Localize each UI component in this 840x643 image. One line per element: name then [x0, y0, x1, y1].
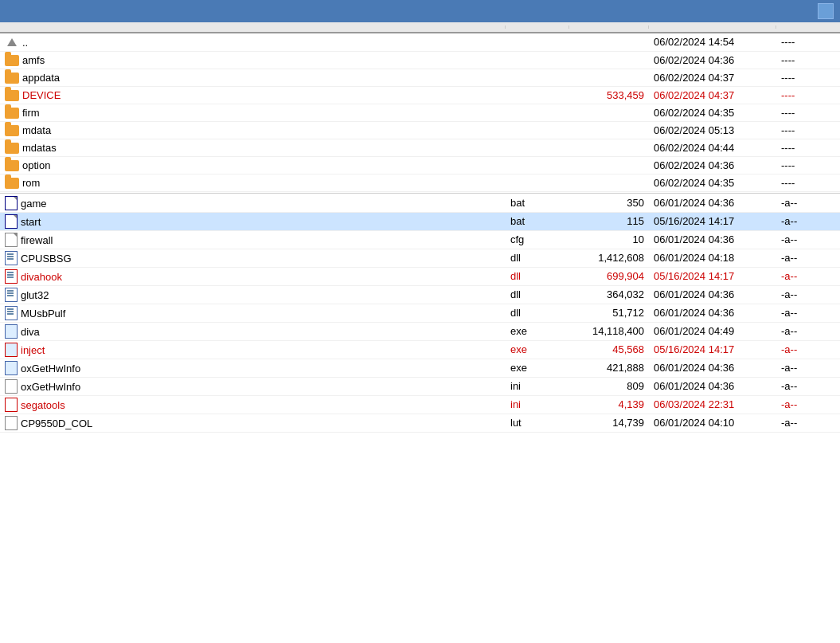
file-name-cell: CPUSBSG	[0, 250, 506, 266]
file-name-cell: oxGetHwInfo	[0, 360, 506, 376]
file-date: 06/02/2024 04:44	[649, 140, 776, 155]
file-name-cell: mdatas	[0, 140, 506, 155]
file-attr: -a--	[776, 397, 840, 413]
file-size: 51,712	[569, 305, 649, 321]
file-ext: ini	[506, 397, 569, 413]
file-date: 06/02/2024 14:54	[649, 34, 776, 50]
file-date: 06/01/2024 04:36	[649, 232, 776, 248]
table-row[interactable]: divahook dll 699,904 05/16/2024 14:17 -a…	[0, 268, 840, 286]
table-row[interactable]: .. 06/02/2024 14:54 ----	[0, 33, 840, 52]
table-row[interactable]: inject exe 45,568 05/16/2024 14:17 -a--	[0, 341, 840, 359]
file-name-cell: mdata	[0, 123, 506, 138]
file-ext	[506, 105, 569, 120]
folder-icon	[5, 160, 19, 171]
title-bar	[0, 0, 840, 22]
table-row[interactable]: diva exe 14,118,400 06/01/2024 04:49 -a-…	[0, 323, 840, 341]
table-row[interactable]: start bat 115 05/16/2024 14:17 -a--	[0, 213, 840, 231]
file-attr: ----	[776, 70, 840, 85]
file-date: 06/02/2024 04:35	[649, 175, 776, 190]
file-attr: -a--	[776, 323, 840, 339]
file-size	[569, 175, 649, 190]
table-row[interactable]: mdatas 06/02/2024 04:44 ----	[0, 139, 840, 157]
file-name-cell: firm	[0, 105, 506, 120]
file-date: 05/16/2024 14:17	[649, 269, 776, 284]
file-size: 10	[569, 232, 649, 248]
file-date: 06/03/2024 22:31	[649, 397, 776, 413]
table-row[interactable]: firewall cfg 10 06/01/2024 04:36 -a--	[0, 231, 840, 249]
ini-icon	[5, 379, 18, 394]
file-date: 06/02/2024 04:37	[649, 88, 776, 103]
file-name: appdata	[22, 72, 60, 84]
file-size: 364,032	[569, 287, 649, 303]
dll-icon	[5, 306, 18, 320]
file-size: 1,412,608	[569, 250, 649, 266]
file-name-cell: diva	[0, 323, 506, 339]
file-name: mdata	[22, 124, 51, 136]
file-name: DEVICE	[22, 89, 61, 101]
table-row[interactable]: option 06/02/2024 04:36 ----	[0, 157, 840, 174]
col-ext[interactable]	[506, 25, 569, 29]
file-name: divahook	[21, 271, 62, 283]
file-name: segatools	[21, 399, 65, 411]
file-name-cell: CP9550D_COL	[0, 415, 506, 431]
file-size: 115	[569, 214, 649, 229]
col-size[interactable]	[569, 25, 649, 29]
file-name-cell: ..	[0, 34, 506, 50]
file-name-cell: divahook	[0, 269, 506, 284]
column-headers	[0, 22, 840, 33]
bat-icon	[5, 196, 18, 210]
table-row[interactable]: CP9550D_COL lut 14,739 06/01/2024 04:10 …	[0, 414, 840, 433]
file-date: 06/02/2024 04:37	[649, 70, 776, 85]
file-name: glut32	[21, 289, 49, 301]
file-size	[569, 158, 649, 173]
folder-icon	[5, 108, 19, 119]
file-size: 699,904	[569, 269, 649, 284]
file-size: 45,568	[569, 342, 649, 358]
bat-icon	[5, 214, 18, 229]
table-row[interactable]: CPUSBSG dll 1,412,608 06/01/2024 04:18 -…	[0, 249, 840, 268]
cfg-icon	[5, 233, 18, 247]
dll-icon	[5, 288, 18, 302]
col-date[interactable]	[649, 25, 776, 29]
file-name: amfs	[22, 54, 45, 66]
exe-icon	[5, 343, 18, 357]
file-date: 06/02/2024 04:36	[649, 158, 776, 173]
file-name-cell: option	[0, 158, 506, 173]
asterisk-btn[interactable]	[818, 3, 834, 19]
exe-icon	[5, 361, 18, 375]
col-attr[interactable]	[776, 25, 840, 29]
file-ext	[506, 175, 569, 190]
file-date: 06/01/2024 04:36	[649, 305, 776, 321]
table-row[interactable]: appdata 06/02/2024 04:37 ----	[0, 69, 840, 87]
table-row[interactable]: rom 06/02/2024 04:35 ----	[0, 174, 840, 192]
folder-icon	[5, 125, 19, 136]
table-row[interactable]: oxGetHwInfo exe 421,888 06/01/2024 04:36…	[0, 359, 840, 378]
table-row[interactable]: mdata 06/02/2024 05:13 ----	[0, 122, 840, 139]
table-row[interactable]: MUsbPulf dll 51,712 06/01/2024 04:36 -a-…	[0, 304, 840, 323]
file-ext: lut	[506, 415, 569, 431]
table-row[interactable]: oxGetHwInfo ini 809 06/01/2024 04:36 -a-…	[0, 378, 840, 396]
table-row[interactable]: game bat 350 06/01/2024 04:36 -a--	[0, 194, 840, 213]
folder-icon	[5, 143, 19, 154]
file-attr: -a--	[776, 195, 840, 211]
file-attr: -a--	[776, 378, 840, 394]
file-size: 809	[569, 378, 649, 394]
table-row[interactable]: amfs 06/02/2024 04:36 ----	[0, 52, 840, 69]
up-icon	[5, 35, 19, 49]
file-ext: cfg	[506, 232, 569, 248]
file-attr: -a--	[776, 214, 840, 229]
file-ext	[506, 53, 569, 68]
file-attr: -a--	[776, 415, 840, 431]
file-name: game	[21, 198, 47, 210]
file-name-cell: start	[0, 214, 506, 229]
table-row[interactable]: glut32 dll 364,032 06/01/2024 04:36 -a--	[0, 286, 840, 304]
table-row[interactable]: DEVICE 533,459 06/02/2024 04:37 ----	[0, 87, 840, 104]
table-row[interactable]: segatools ini 4,139 06/03/2024 22:31 -a-…	[0, 396, 840, 414]
file-list: .. 06/02/2024 14:54 ---- amfs 06/02/2024…	[0, 33, 840, 433]
file-date: 06/01/2024 04:36	[649, 360, 776, 376]
col-name[interactable]	[0, 25, 506, 29]
file-ext	[506, 88, 569, 103]
file-date: 06/02/2024 04:36	[649, 53, 776, 68]
file-date: 06/01/2024 04:36	[649, 378, 776, 394]
table-row[interactable]: firm 06/02/2024 04:35 ----	[0, 104, 840, 122]
